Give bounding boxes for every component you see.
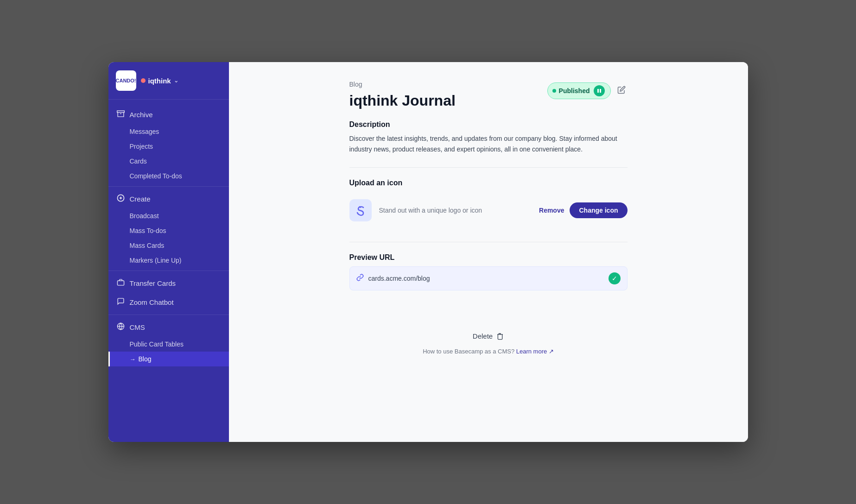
sidebar-header: CAN DO! iqthink ⌄ bbox=[108, 62, 229, 100]
url-check-icon: ✓ bbox=[609, 272, 621, 284]
sidebar-item-broadcast[interactable]: Broadcast bbox=[108, 208, 229, 223]
workspace-selector[interactable]: iqthink ⌄ bbox=[141, 77, 178, 85]
chevron-down-icon: ⌄ bbox=[174, 77, 178, 84]
divider-description bbox=[349, 167, 628, 168]
learn-more-link[interactable]: Learn more ↗ bbox=[516, 348, 554, 355]
url-field: cards.acme.com/blog ✓ bbox=[349, 266, 628, 290]
status-label: Published bbox=[559, 87, 590, 94]
divider-2 bbox=[108, 271, 229, 271]
zoom-chatbot-label: Zoom Chatbot bbox=[130, 298, 174, 306]
transfer-cards-label: Transfer Cards bbox=[130, 279, 176, 287]
archive-icon bbox=[117, 110, 125, 120]
remove-button[interactable]: Remove bbox=[539, 207, 564, 214]
cards-label: Cards bbox=[130, 158, 147, 165]
archive-label: Archive bbox=[130, 111, 153, 119]
status-dot bbox=[552, 89, 556, 93]
icon-preview bbox=[349, 199, 372, 221]
transfer-icon bbox=[117, 278, 125, 288]
description-heading: Description bbox=[349, 120, 628, 129]
change-icon-button[interactable]: Change icon bbox=[570, 202, 627, 218]
arrow-icon: → bbox=[130, 356, 136, 363]
delete-button[interactable]: Delete bbox=[473, 332, 504, 340]
divider-1 bbox=[108, 186, 229, 187]
footer-actions: Delete How to use Basecamp as a CMS? Lea… bbox=[349, 318, 628, 355]
app-window: CAN DO! iqthink ⌄ Archive bbox=[108, 62, 748, 442]
workspace-dot bbox=[141, 78, 146, 83]
sidebar-item-mass-cards[interactable]: Mass Cards bbox=[108, 238, 229, 253]
svg-rect-8 bbox=[597, 89, 599, 93]
sidebar-item-blog[interactable]: → Blog bbox=[108, 352, 229, 366]
sidebar-item-archive[interactable]: Archive bbox=[108, 105, 229, 124]
messages-label: Messages bbox=[130, 128, 159, 135]
page-title: iqthink Journal bbox=[349, 92, 456, 109]
markers-label: Markers (Line Up) bbox=[130, 257, 182, 264]
main-content: Blog iqthink Journal Published bbox=[229, 62, 748, 442]
divider-upload bbox=[349, 242, 628, 242]
mass-cards-label: Mass Cards bbox=[130, 242, 165, 249]
broadcast-label: Broadcast bbox=[130, 212, 159, 220]
edit-button[interactable] bbox=[615, 84, 628, 98]
public-card-tables-label: Public Card Tables bbox=[130, 340, 184, 348]
description-text: Discover the latest insights, trends, an… bbox=[349, 133, 628, 154]
sidebar-item-projects[interactable]: Projects bbox=[108, 139, 229, 154]
sidebar-item-mass-todos[interactable]: Mass To-dos bbox=[108, 223, 229, 238]
svg-rect-5 bbox=[117, 281, 124, 285]
cms-icon bbox=[117, 322, 125, 332]
upload-placeholder-text: Stand out with a unique logo or icon bbox=[379, 207, 532, 214]
upload-area: Stand out with a unique logo or icon Rem… bbox=[349, 192, 628, 229]
cms-label: CMS bbox=[130, 323, 145, 331]
divider-3 bbox=[108, 315, 229, 315]
create-label: Create bbox=[130, 195, 151, 203]
preview-url-value: cards.acme.com/blog bbox=[368, 275, 604, 282]
published-badge: Published bbox=[547, 82, 611, 99]
upload-icon-section: Upload an icon Stand out with a unique l… bbox=[349, 179, 628, 229]
completed-todos-label: Completed To-dos bbox=[130, 172, 182, 180]
sidebar-navigation: Archive Messages Projects Cards Complete… bbox=[108, 100, 229, 442]
help-question: How to use Basecamp as a CMS? bbox=[423, 348, 514, 355]
sidebar-item-cards[interactable]: Cards bbox=[108, 154, 229, 169]
create-icon bbox=[117, 194, 125, 204]
link-icon bbox=[356, 274, 364, 283]
workspace-name-label: iqthink bbox=[148, 77, 171, 85]
zoom-icon bbox=[117, 297, 125, 307]
blog-label: Blog bbox=[139, 355, 152, 363]
sidebar-item-markers[interactable]: Markers (Line Up) bbox=[108, 253, 229, 268]
sidebar: CAN DO! iqthink ⌄ Archive bbox=[108, 62, 229, 442]
logo: CAN DO! bbox=[116, 70, 136, 91]
sidebar-item-transfer-cards[interactable]: Transfer Cards bbox=[108, 274, 229, 293]
sidebar-item-completed-todos[interactable]: Completed To-dos bbox=[108, 169, 229, 183]
help-text: How to use Basecamp as a CMS? Learn more… bbox=[349, 348, 628, 355]
description-section: Description Discover the latest insights… bbox=[349, 120, 628, 154]
mass-todos-label: Mass To-dos bbox=[130, 227, 166, 234]
projects-label: Projects bbox=[130, 143, 153, 150]
pause-button[interactable] bbox=[594, 85, 605, 96]
header-actions: Published bbox=[547, 82, 628, 99]
breadcrumb: Blog bbox=[349, 81, 456, 88]
sidebar-item-public-card-tables[interactable]: Public Card Tables bbox=[108, 337, 229, 352]
svg-rect-9 bbox=[600, 89, 601, 93]
sidebar-item-cms[interactable]: CMS bbox=[108, 318, 229, 337]
upload-actions: Remove Change icon bbox=[539, 202, 627, 218]
content-inner: Blog iqthink Journal Published bbox=[326, 62, 651, 383]
svg-rect-0 bbox=[117, 111, 125, 113]
sidebar-item-create[interactable]: Create bbox=[108, 189, 229, 208]
preview-url-heading: Preview URL bbox=[349, 253, 628, 262]
upload-heading: Upload an icon bbox=[349, 179, 628, 187]
sidebar-item-messages[interactable]: Messages bbox=[108, 124, 229, 139]
preview-url-section: Preview URL cards.acme.com/blog ✓ bbox=[349, 253, 628, 290]
sidebar-item-zoom-chatbot[interactable]: Zoom Chatbot bbox=[108, 293, 229, 312]
page-header: Blog iqthink Journal Published bbox=[349, 81, 628, 109]
title-section: Blog iqthink Journal bbox=[349, 81, 456, 109]
delete-label: Delete bbox=[473, 332, 493, 340]
